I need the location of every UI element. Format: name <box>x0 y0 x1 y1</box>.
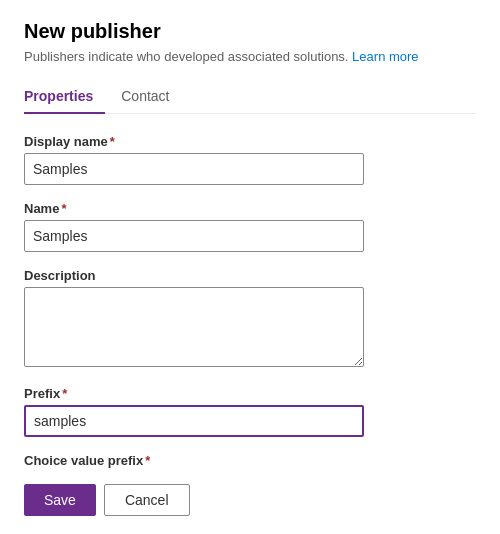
choice-value-prefix-group: Choice value prefix* <box>24 453 476 468</box>
cancel-button[interactable]: Cancel <box>104 484 190 516</box>
save-button[interactable]: Save <box>24 484 96 516</box>
display-name-group: Display name* <box>24 134 476 185</box>
prefix-label: Prefix* <box>24 386 476 401</box>
name-label: Name* <box>24 201 476 216</box>
tab-bar: Properties Contact <box>24 80 476 114</box>
name-input[interactable] <box>24 220 364 252</box>
description-input[interactable] <box>24 287 364 367</box>
page-title: New publisher <box>24 20 476 43</box>
tab-properties[interactable]: Properties <box>24 80 105 114</box>
subtitle-text: Publishers indicate who developed associ… <box>24 49 348 64</box>
prefix-group: Prefix* <box>24 386 476 437</box>
display-name-input[interactable] <box>24 153 364 185</box>
description-group: Description <box>24 268 476 370</box>
description-label: Description <box>24 268 476 283</box>
tab-contact[interactable]: Contact <box>121 80 181 114</box>
learn-more-link[interactable]: Learn more <box>352 49 418 64</box>
button-row: Save Cancel <box>24 484 476 516</box>
prefix-input[interactable] <box>24 405 364 437</box>
name-group: Name* <box>24 201 476 252</box>
display-name-label: Display name* <box>24 134 476 149</box>
page-subtitle: Publishers indicate who developed associ… <box>24 49 476 64</box>
choice-value-prefix-label: Choice value prefix* <box>24 453 476 468</box>
